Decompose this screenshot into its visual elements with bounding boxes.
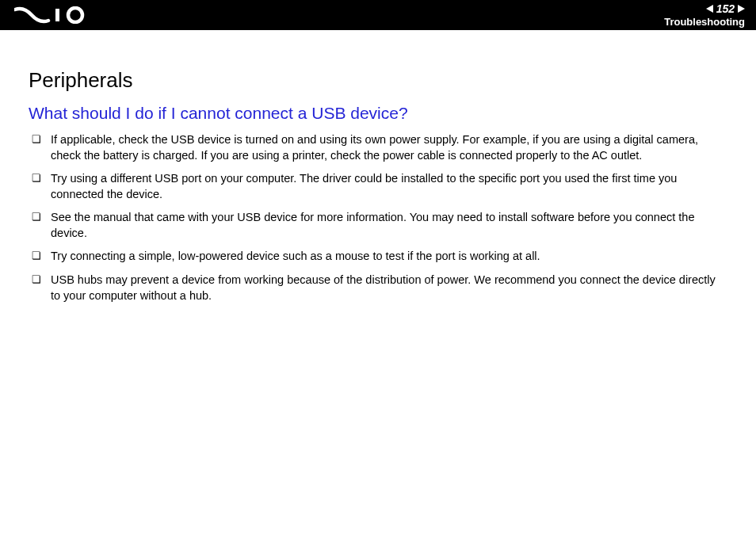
page-content: Peripherals What should I do if I cannot… xyxy=(0,30,756,303)
svg-point-1 xyxy=(68,8,82,22)
page-navigation: 152 xyxy=(706,3,745,15)
list-item: See the manual that came with your USB d… xyxy=(29,210,727,241)
page-number: 152 xyxy=(716,3,735,15)
vaio-logo xyxy=(14,6,90,24)
header-right: 152 Troubleshooting xyxy=(664,2,745,27)
page-header: 152 Troubleshooting xyxy=(0,0,756,30)
question-heading: What should I do if I cannot connect a U… xyxy=(29,104,727,123)
list-item: If applicable, check the USB device is t… xyxy=(29,132,727,163)
checklist: If applicable, check the USB device is t… xyxy=(29,132,727,303)
prev-page-arrow-icon[interactable] xyxy=(706,5,713,13)
list-item: Try using a different USB port on your c… xyxy=(29,171,727,202)
page-title: Peripherals xyxy=(29,68,727,93)
vaio-logo-icon xyxy=(14,6,90,24)
list-item: USB hubs may prevent a device from worki… xyxy=(29,273,727,303)
section-label: Troubleshooting xyxy=(664,17,745,28)
svg-rect-0 xyxy=(55,9,59,21)
list-item: Try connecting a simple, low-powered dev… xyxy=(29,249,727,265)
next-page-arrow-icon[interactable] xyxy=(738,5,745,13)
